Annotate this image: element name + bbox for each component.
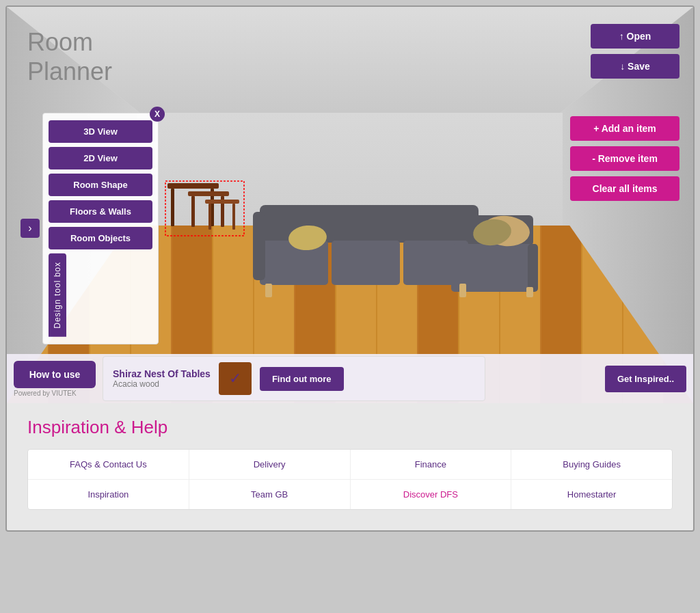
selected-item-info: Shiraz Nest Of Tables Acacia wood ✓ Find… bbox=[103, 356, 485, 401]
toolbox-toggle-arrow[interactable]: › bbox=[21, 219, 40, 238]
inspiration-section: Inspiration & Help FAQs & Contact Us Del… bbox=[7, 403, 693, 530]
item-thumbnail: ✓ bbox=[219, 362, 252, 395]
sofa-furniture[interactable] bbox=[219, 178, 547, 314]
find-out-more-button[interactable]: Find out more bbox=[260, 367, 344, 391]
powered-by-label: Powered by VIUTEK bbox=[14, 390, 77, 397]
svg-rect-14 bbox=[167, 183, 219, 189]
toolbox-item-room-objects[interactable]: Room Objects bbox=[49, 227, 152, 249]
design-toolbox: › X 3D View 2D View Room Shape Floors & … bbox=[21, 113, 159, 344]
svg-rect-15 bbox=[171, 189, 174, 226]
links-row-2: Inspiration Team GB Discover DFS Homesta… bbox=[28, 480, 672, 509]
links-row-1: FAQs & Contact Us Delivery Finance Buyin… bbox=[28, 450, 672, 480]
toolbox-item-2d-view[interactable]: 2D View bbox=[49, 147, 152, 169]
item-info-text: Shiraz Nest Of Tables Acacia wood bbox=[113, 368, 211, 389]
item-action-buttons: + Add an item - Remove item Clear all it… bbox=[570, 116, 679, 201]
svg-rect-23 bbox=[165, 181, 244, 236]
svg-rect-21 bbox=[208, 204, 211, 230]
bottom-info-bar: How to use Powered by VIUTEK Shiraz Nest… bbox=[7, 354, 693, 403]
link-finance[interactable]: Finance bbox=[351, 450, 512, 479]
link-team-gb[interactable]: Team GB bbox=[189, 480, 351, 509]
how-to-section: How to use Powered by VIUTEK bbox=[14, 361, 96, 397]
item-name: Shiraz Nest Of Tables bbox=[113, 368, 211, 379]
link-inspiration[interactable]: Inspiration bbox=[28, 480, 189, 509]
add-item-button[interactable]: + Add an item bbox=[570, 116, 679, 141]
svg-rect-10 bbox=[526, 287, 533, 297]
toolbox-close-button[interactable]: X bbox=[150, 107, 165, 122]
clear-items-button[interactable]: Clear all items bbox=[570, 176, 679, 201]
app-title: Room Planner bbox=[27, 27, 112, 86]
tables-svg bbox=[164, 171, 246, 246]
svg-rect-20 bbox=[205, 200, 239, 204]
toolbox-tab-label: Design tool box bbox=[49, 254, 66, 337]
svg-rect-17 bbox=[188, 191, 229, 196]
open-button[interactable]: ↑ Open bbox=[591, 24, 679, 49]
toolbox-panel: X 3D View 2D View Room Shape Floors & Wa… bbox=[42, 113, 159, 344]
nest-of-tables-furniture[interactable] bbox=[164, 171, 246, 246]
svg-rect-3 bbox=[332, 241, 400, 285]
main-container: Room Planner ↑ Open ↓ Save + Add an item… bbox=[5, 5, 695, 532]
svg-rect-6 bbox=[253, 212, 265, 280]
svg-rect-7 bbox=[528, 244, 538, 292]
top-right-buttons: ↑ Open ↓ Save bbox=[591, 24, 679, 79]
toolbox-item-floors-walls[interactable]: Floors & Walls bbox=[49, 200, 152, 223]
links-table: FAQs & Contact Us Delivery Finance Buyin… bbox=[27, 449, 673, 510]
remove-item-button[interactable]: - Remove item bbox=[570, 146, 679, 171]
link-homestarter[interactable]: Homestarter bbox=[511, 480, 672, 509]
link-buying-guides[interactable]: Buying Guides bbox=[511, 450, 672, 479]
save-button[interactable]: ↓ Save bbox=[591, 54, 679, 79]
how-to-use-button[interactable]: How to use bbox=[14, 361, 96, 388]
room-viewport: Room Planner ↑ Open ↓ Save + Add an item… bbox=[7, 7, 693, 403]
inspiration-title: Inspiration & Help bbox=[27, 417, 673, 438]
get-inspired-button[interactable]: Get Inspired.. bbox=[605, 366, 686, 392]
link-discover-dfs[interactable]: Discover DFS bbox=[351, 480, 512, 509]
svg-rect-22 bbox=[232, 204, 235, 230]
svg-rect-9 bbox=[459, 284, 466, 297]
sofa-svg bbox=[219, 178, 547, 314]
toolbox-item-3d-view[interactable]: 3D View bbox=[49, 120, 152, 143]
item-material: Acacia wood bbox=[113, 379, 211, 389]
svg-rect-18 bbox=[191, 196, 195, 227]
toolbox-item-room-shape[interactable]: Room Shape bbox=[49, 174, 152, 196]
link-delivery[interactable]: Delivery bbox=[189, 450, 351, 479]
svg-rect-8 bbox=[265, 284, 272, 297]
link-faqs[interactable]: FAQs & Contact Us bbox=[28, 450, 189, 479]
